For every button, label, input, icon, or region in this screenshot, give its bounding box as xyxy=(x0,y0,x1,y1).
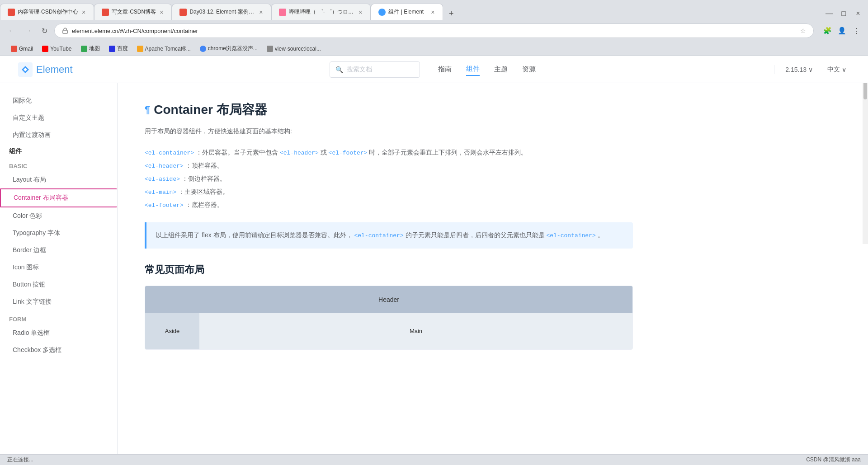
baidu-favicon xyxy=(109,46,115,52)
menu-button[interactable]: ⋮ xyxy=(850,24,863,37)
minimize-button[interactable]: — xyxy=(823,7,835,20)
info-tag-container: <el-container> xyxy=(354,232,403,239)
search-placeholder: 搜索文档 xyxy=(347,66,372,74)
desc-header: ：顶栏容器。 xyxy=(185,162,223,169)
tab-close-day03[interactable]: × xyxy=(258,8,264,17)
status-right: CSDN @清风微浙 aaa xyxy=(806,456,861,464)
tab-close-csdn2[interactable]: × xyxy=(159,8,164,17)
sidebar-item-border[interactable]: Border 边框 xyxy=(0,242,117,259)
language-selector[interactable]: 中文 ∨ xyxy=(824,64,850,75)
new-tab-button[interactable]: + xyxy=(445,7,458,20)
gmail-favicon xyxy=(11,46,17,52)
site-logo[interactable]: Element xyxy=(18,62,73,77)
bookmark-gmail[interactable]: Gmail xyxy=(7,45,37,53)
bookmark-maps-label: 地图 xyxy=(89,45,100,52)
page-title: ¶ Container 布局容器 xyxy=(145,101,633,118)
sidebar-item-container[interactable]: Container 布局容器 xyxy=(0,188,117,207)
close-window-button[interactable]: × xyxy=(852,7,864,20)
search-icon: 🔍 xyxy=(335,66,343,73)
element-logo-icon xyxy=(18,62,33,77)
sidebar-item-color[interactable]: Color 色彩 xyxy=(0,207,117,225)
restore-button[interactable]: □ xyxy=(837,7,850,20)
page-content: Element 🔍 搜索文档 指南 组件 主题 资源 2.15.13 ∨ 中文 … xyxy=(0,56,868,465)
chrome-favicon xyxy=(200,46,206,52)
sidebar-group-label: 组件 xyxy=(0,144,117,157)
bookmark-chrome[interactable]: chrome浏览器没声... xyxy=(196,44,261,53)
sidebar: 国际化 自定义主题 内置过渡动画 组件 Basic Layout 布局 Cont… xyxy=(0,83,118,465)
chevron-down-icon: ∨ xyxy=(808,66,813,73)
sidebar-item-transition[interactable]: 内置过渡动画 xyxy=(0,127,117,144)
tab-favicon-element xyxy=(378,9,386,16)
tab-close-element[interactable]: × xyxy=(430,8,435,17)
address-bar[interactable]: element.eleme.cn/#/zh-CN/component/conta… xyxy=(54,23,814,38)
component-desc-footer: <el-footer> ：底栏容器。 xyxy=(145,198,633,211)
tab-close-csdn1[interactable]: × xyxy=(81,8,86,17)
sidebar-item-typography[interactable]: Typography 字体 xyxy=(0,225,117,242)
bookmark-baidu[interactable]: 百度 xyxy=(105,44,132,53)
tab-element[interactable]: 组件 | Element × xyxy=(371,4,443,20)
site-nav: 🔍 搜索文档 指南 组件 主题 资源 xyxy=(91,61,774,78)
tab-bar: 内容管理-CSDN创作中心 × 写文章-CSDN博客 × Day03-12. E… xyxy=(0,0,868,20)
info-tag-container2: <el-container> xyxy=(546,232,595,239)
site-header: Element 🔍 搜索文档 指南 组件 主题 资源 2.15.13 ∨ 中文 … xyxy=(0,56,868,83)
tab-close-bili[interactable]: × xyxy=(358,8,363,17)
forward-icon: → xyxy=(24,27,32,35)
sidebar-item-custom-theme[interactable]: 自定义主题 xyxy=(0,109,117,127)
toolbar-icons: 🧩 👤 ⋮ xyxy=(821,24,863,37)
demo-aside: Aside xyxy=(145,313,199,349)
tab-day03[interactable]: Day03-12. Element-案例-基本... × xyxy=(172,4,271,20)
component-desc-header: <el-header> ：顶栏容器。 xyxy=(145,159,633,172)
main-layout: 国际化 自定义主题 内置过渡动画 组件 Basic Layout 布局 Cont… xyxy=(0,83,868,465)
demo-body: Aside Main xyxy=(145,313,632,349)
search-box[interactable]: 🔍 搜索文档 xyxy=(330,61,420,78)
sidebar-item-i18n[interactable]: 国际化 xyxy=(0,92,117,109)
nav-guide[interactable]: 指南 xyxy=(438,63,452,75)
youtube-favicon xyxy=(42,46,48,52)
info-text3: 。 xyxy=(598,231,604,239)
desc-or: 或 xyxy=(321,149,329,156)
scrollbar[interactable] xyxy=(863,63,868,244)
sidebar-item-icon[interactable]: Icon 图标 xyxy=(0,259,117,276)
version-selector[interactable]: 2.15.13 ∨ xyxy=(782,64,816,75)
section-title-layout: 常见页面布局 xyxy=(145,263,633,277)
nav-component[interactable]: 组件 xyxy=(466,63,480,76)
tab-csdn2[interactable]: 写文章-CSDN博客 × xyxy=(94,4,172,20)
tab-title-element: 组件 | Element xyxy=(388,8,427,16)
page-title-text: Container 布局容器 xyxy=(154,101,267,118)
component-desc-container: <el-container> ：外层容器。当子元素中包含 <el-header>… xyxy=(145,146,633,159)
sidebar-item-link[interactable]: Link 文字链接 xyxy=(0,293,117,310)
bookmark-youtube[interactable]: YouTube xyxy=(38,45,75,53)
tab-csdn1[interactable]: 内容管理-CSDN创作中心 × xyxy=(0,4,94,20)
tab-favicon-csdn2 xyxy=(102,9,109,16)
info-text2: 的子元素只能是后四者，后四者的父元素也只能是 xyxy=(406,231,547,239)
bookmark-gmail-label: Gmail xyxy=(19,46,33,52)
svg-rect-0 xyxy=(63,30,67,33)
sidebar-item-checkbox[interactable]: Checkbox 多选框 xyxy=(0,342,117,359)
status-text: 正在连接... xyxy=(7,456,33,464)
bookmark-star-icon[interactable]: ☆ xyxy=(800,27,806,34)
nav-right: 2.15.13 ∨ 中文 ∨ xyxy=(774,64,850,75)
address-bar-row: ← → ↻ element.eleme.cn/#/zh-CN/component… xyxy=(0,20,868,42)
forward-button[interactable]: → xyxy=(22,24,34,37)
status-right-text: CSDN @清风微浙 aaa xyxy=(806,456,861,464)
tab-title-day03: Day03-12. Element-案例-基本... xyxy=(189,8,255,16)
info-box: 以上组件采用了 flex 布局，使用前请确定目标浏览器是否兼容。此外， <el-… xyxy=(145,222,633,248)
profile-button[interactable]: 👤 xyxy=(835,24,848,37)
nav-resource[interactable]: 资源 xyxy=(522,63,536,75)
bookmark-viewsource[interactable]: view-source:local... xyxy=(263,45,325,53)
bookmark-tomcat-label: Apache Tomcat®... xyxy=(145,46,191,52)
sidebar-item-radio[interactable]: Radio 单选框 xyxy=(0,324,117,342)
tab-favicon-csdn1 xyxy=(8,9,15,16)
bookmark-tomcat[interactable]: Apache Tomcat®... xyxy=(133,45,194,53)
sidebar-item-layout[interactable]: Layout 布局 xyxy=(0,171,117,188)
tab-bili[interactable]: 哔哩哔哩（ ゜- ゜）つロ 干杯~-bili... × xyxy=(271,4,371,20)
reload-button[interactable]: ↻ xyxy=(38,24,51,37)
desc-container2: 时，全部子元素会垂直上下排列，否则会水平左右排列。 xyxy=(369,149,527,156)
viewsource-favicon xyxy=(267,46,273,52)
bookmark-maps[interactable]: 地图 xyxy=(77,44,104,53)
sidebar-item-button[interactable]: Button 按钮 xyxy=(0,276,117,293)
extensions-button[interactable]: 🧩 xyxy=(821,24,834,37)
nav-theme[interactable]: 主题 xyxy=(494,63,508,75)
bookmark-baidu-label: 百度 xyxy=(117,45,128,52)
back-button[interactable]: ← xyxy=(5,24,18,37)
